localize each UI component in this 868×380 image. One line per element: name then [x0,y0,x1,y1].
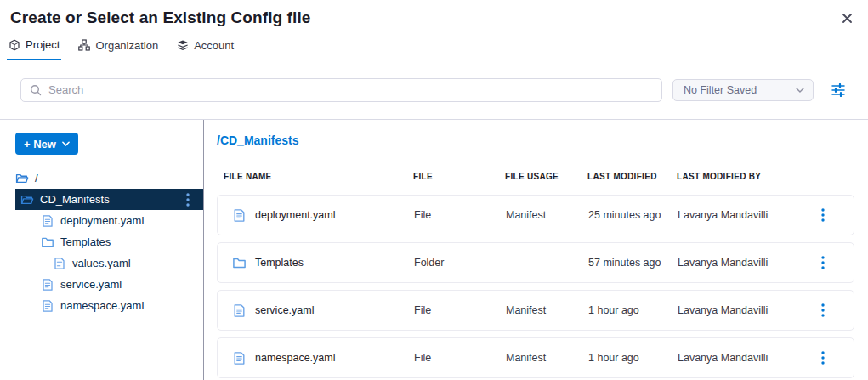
col-last-modified-by: LAST MODIFIED BY [677,172,791,181]
tab-organization-label: Organization [95,39,158,52]
tree-item-label: service.yaml [60,278,122,291]
account-icon [177,39,189,51]
row-menu-button[interactable] [792,349,854,367]
new-button[interactable]: + New [15,133,78,155]
scope-tabs: Project Organization Account [0,37,868,60]
dialog-body: + New / CD_Manifests deployment.yaml Tem… [0,120,868,380]
table-row[interactable]: service.yaml File Manifest 1 hour ago La… [217,290,854,331]
tree-item-label: values.yaml [72,257,131,269]
tree-item-label: Templates [60,235,111,248]
search-icon [30,84,42,96]
row-menu-button[interactable] [792,301,854,320]
col-last-modified: LAST MODIFIED [587,172,677,181]
tree-item-deployment-yaml[interactable]: deployment.yaml [15,210,203,231]
tree-item-label: CD_Manifests [40,193,110,206]
table-row[interactable]: deployment.yaml File Manifest 25 minutes… [217,195,854,235]
file-list-panel: /CD_Manifests FILE NAME FILE FILE USAGE … [204,120,868,380]
kebab-menu-icon [821,208,825,222]
file-icon [232,351,247,366]
folder-icon [41,235,54,249]
kebab-menu-icon [186,193,190,207]
row-last-modified-by: Lavanya Mandavilli [678,352,792,364]
col-file: FILE [413,172,505,181]
row-file-type: Folder [414,257,506,269]
chevron-down-icon [62,141,70,146]
row-last-modified-by: Lavanya Mandavilli [678,209,792,221]
tree-item-service-yaml[interactable]: service.yaml [15,274,203,295]
file-icon [41,214,54,228]
table-header: FILE NAME FILE FILE USAGE LAST MODIFIED … [217,171,854,181]
row-last-modified: 1 hour ago [588,352,678,364]
row-file-type: File [414,209,506,221]
file-tree-sidebar: + New / CD_Manifests deployment.yaml Tem… [0,120,204,380]
row-file-type: File [414,304,506,316]
tab-organization[interactable]: Organization [77,37,160,60]
tree-item-label: deployment.yaml [60,214,144,227]
row-last-modified-by: Lavanya Mandavilli [678,304,792,316]
tree-item-label: / [35,172,38,184]
tree-item-templates[interactable]: Templates [15,231,203,252]
close-icon [842,13,853,24]
row-file-usage: Manifest [506,304,588,316]
row-last-modified: 25 minutes ago [588,209,678,221]
close-button[interactable] [840,11,854,26]
tab-account-label: Account [194,39,234,52]
row-file-usage: Manifest [506,209,588,221]
search-input[interactable] [48,83,653,96]
tree-item-namespace-yaml[interactable]: namespace.yaml [15,295,203,316]
tree-item-values-yaml[interactable]: values.yaml [15,252,203,274]
row-last-modified-by: Lavanya Mandavilli [678,257,792,269]
table-row[interactable]: namespace.yaml File Manifest 1 hour ago … [217,337,854,378]
file-icon [41,278,54,292]
col-file-usage: FILE USAGE [505,172,587,181]
kebab-menu-icon [821,303,825,317]
row-file-type: File [414,352,506,364]
row-last-modified: 1 hour ago [588,304,678,316]
col-file-name: FILE NAME [224,172,413,181]
file-icon [232,303,247,318]
kebab-menu-icon [821,256,825,269]
file-rows: deployment.yaml File Manifest 25 minutes… [217,195,854,378]
tab-project[interactable]: Project [7,37,61,60]
page-title: Create or Select an Existing Config file [10,9,856,27]
saved-filter-dropdown[interactable]: No Filter Saved [672,79,814,101]
dialog-header: Create or Select an Existing Config file [0,0,868,37]
filter-sliders-icon [831,83,846,97]
chevron-down-icon [796,88,804,93]
row-file-name: service.yaml [255,304,314,316]
row-last-modified: 57 minutes ago [588,257,678,269]
tree-item-root[interactable]: / [15,167,203,189]
row-file-usage: Manifest [506,352,588,364]
tree-item-menu-button[interactable] [181,190,195,209]
row-menu-button[interactable] [792,206,854,224]
row-file-name: namespace.yaml [255,352,336,364]
project-icon [9,39,20,51]
file-icon [41,299,54,313]
filter-settings-button[interactable] [827,80,849,100]
new-button-label: + New [24,138,56,150]
organization-icon [78,39,90,51]
tab-account[interactable]: Account [175,37,235,60]
file-tree: / CD_Manifests deployment.yaml Templates… [0,167,203,316]
table-row[interactable]: Templates Folder 57 minutes ago Lavanya … [217,242,854,283]
open-folder-icon [20,193,34,207]
tree-item-label: namespace.yaml [60,299,144,312]
tree-item-cd-manifests[interactable]: CD_Manifests [15,189,203,210]
open-folder-icon [15,172,29,185]
saved-filter-label: No Filter Saved [684,84,757,96]
row-menu-button[interactable] [792,253,854,272]
file-icon [53,257,66,270]
breadcrumb[interactable]: /CD_Manifests [217,133,854,147]
toolbar: No Filter Saved [0,60,868,120]
file-icon [232,208,247,223]
kebab-menu-icon [821,351,825,365]
row-file-name: deployment.yaml [255,209,336,221]
folder-icon [232,256,247,270]
search-box[interactable] [20,78,662,102]
row-file-name: Templates [255,257,304,269]
tab-project-label: Project [26,38,60,51]
